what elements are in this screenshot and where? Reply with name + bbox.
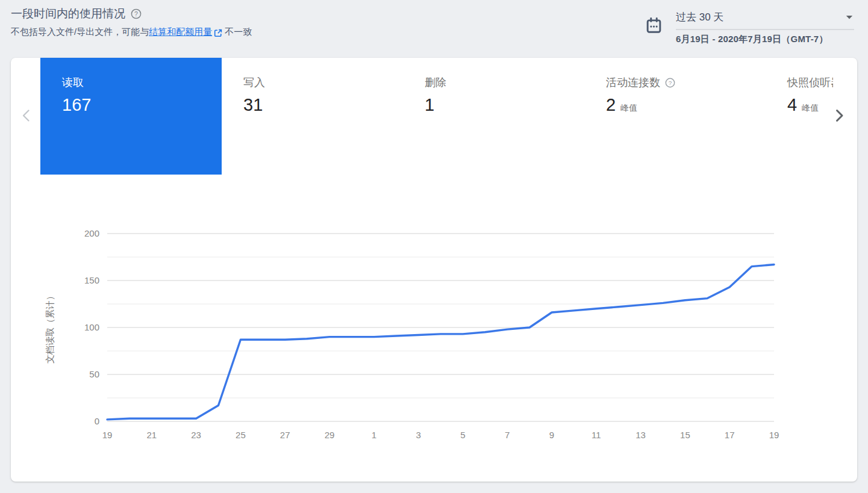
subtitle: 不包括导入文件/导出文件，可能与结算和配额用量 不一致 bbox=[11, 26, 252, 38]
svg-text:?: ? bbox=[669, 79, 672, 86]
dropdown-caret-icon bbox=[846, 15, 853, 20]
date-range-detail: 6月19日 - 2020年7月19日（GMT-7） bbox=[676, 34, 854, 45]
tab-label: 活动连接数? bbox=[606, 75, 766, 90]
tab-value-row: 31 bbox=[243, 95, 403, 115]
tab-snapshot-listeners[interactable]: 快照侦听器4峰值 bbox=[766, 58, 833, 175]
tab-value: 31 bbox=[243, 95, 263, 115]
tab-value: 2 bbox=[606, 95, 616, 115]
svg-text:19: 19 bbox=[769, 430, 779, 440]
svg-text:文档读取（累计）: 文档读取（累计） bbox=[45, 291, 55, 364]
tab-label: 删除 bbox=[425, 75, 584, 90]
tab-active-connections[interactable]: 活动连接数?2峰值 bbox=[584, 58, 766, 175]
svg-text:1: 1 bbox=[372, 430, 376, 440]
header: 一段时间内的使用情况 ? 不包括导入文件/导出文件，可能与结算和配额用量 不一致 bbox=[11, 6, 252, 38]
tab-value: 167 bbox=[62, 95, 91, 115]
svg-text:50: 50 bbox=[89, 369, 99, 379]
tab-value-row: 4峰值 bbox=[787, 95, 833, 115]
svg-text:21: 21 bbox=[146, 430, 157, 440]
svg-text:150: 150 bbox=[84, 275, 99, 285]
date-range-label: 过去 30 天 bbox=[676, 10, 723, 24]
tab-deletes[interactable]: 删除1 bbox=[403, 58, 584, 175]
tab-reads[interactable]: 读取167 bbox=[40, 58, 222, 175]
external-link-icon bbox=[213, 28, 223, 38]
svg-text:17: 17 bbox=[725, 430, 735, 440]
svg-text:27: 27 bbox=[280, 430, 290, 440]
tab-value-row: 2峰值 bbox=[606, 95, 766, 115]
peak-label: 峰值 bbox=[620, 103, 637, 114]
tabs-row: 读取167写入31删除1活动连接数?2峰值快照侦听器4峰值 bbox=[40, 58, 833, 175]
svg-text:19: 19 bbox=[102, 430, 113, 440]
tab-value: 1 bbox=[425, 95, 434, 115]
tabs-scroll-left-button[interactable] bbox=[17, 106, 36, 125]
svg-text:3: 3 bbox=[416, 430, 420, 440]
svg-text:11: 11 bbox=[592, 430, 601, 440]
chevron-left-icon bbox=[20, 108, 33, 123]
subtitle-prefix: 不包括导入文件/导出文件，可能与 bbox=[11, 26, 149, 38]
subtitle-suffix: 不一致 bbox=[225, 26, 252, 38]
usage-card: 读取167写入31删除1活动连接数?2峰值快照侦听器4峰值 0501001502… bbox=[11, 58, 857, 482]
date-range-dropdown[interactable]: 过去 30 天 bbox=[676, 8, 854, 30]
tab-label: 写入 bbox=[243, 75, 403, 90]
svg-text:23: 23 bbox=[191, 430, 201, 440]
billing-quota-link[interactable]: 结算和配额用量 bbox=[149, 26, 212, 38]
svg-text:15: 15 bbox=[680, 430, 690, 440]
tab-label: 快照侦听器 bbox=[787, 75, 833, 90]
peak-label: 峰值 bbox=[802, 103, 819, 114]
tab-value-row: 167 bbox=[62, 95, 222, 115]
svg-text:29: 29 bbox=[325, 430, 335, 440]
tab-value: 4 bbox=[787, 95, 797, 115]
svg-text:200: 200 bbox=[84, 228, 99, 238]
help-icon[interactable]: ? bbox=[665, 78, 675, 88]
svg-text:9: 9 bbox=[549, 430, 554, 440]
svg-text:5: 5 bbox=[460, 430, 465, 440]
svg-text:25: 25 bbox=[236, 430, 246, 440]
tab-value-row: 1 bbox=[425, 95, 584, 115]
tabs-scroll-right-button[interactable] bbox=[829, 106, 849, 125]
tab-writes[interactable]: 写入31 bbox=[222, 58, 403, 175]
svg-text:100: 100 bbox=[84, 322, 99, 332]
svg-text:7: 7 bbox=[505, 430, 510, 440]
calendar-icon bbox=[646, 17, 662, 36]
page-title: 一段时间内的使用情况 bbox=[11, 6, 125, 22]
chevron-right-icon bbox=[832, 108, 846, 123]
help-icon[interactable]: ? bbox=[131, 8, 142, 19]
tab-label: 读取 bbox=[62, 75, 222, 90]
metric-tabs: 读取167写入31删除1活动连接数?2峰值快照侦听器4峰值 bbox=[11, 58, 857, 175]
usage-dashboard-page: 一段时间内的使用情况 ? 不包括导入文件/导出文件，可能与结算和配额用量 不一致 bbox=[0, 0, 868, 493]
tabs-viewport: 读取167写入31删除1活动连接数?2峰值快照侦听器4峰值 bbox=[40, 58, 833, 175]
line-chart-svg: 050100150200192123252729135791113151719文… bbox=[11, 217, 857, 470]
usage-chart: 050100150200192123252729135791113151719文… bbox=[11, 217, 857, 470]
svg-text:13: 13 bbox=[635, 430, 646, 440]
svg-text:0: 0 bbox=[95, 416, 99, 426]
svg-text:?: ? bbox=[134, 10, 138, 17]
